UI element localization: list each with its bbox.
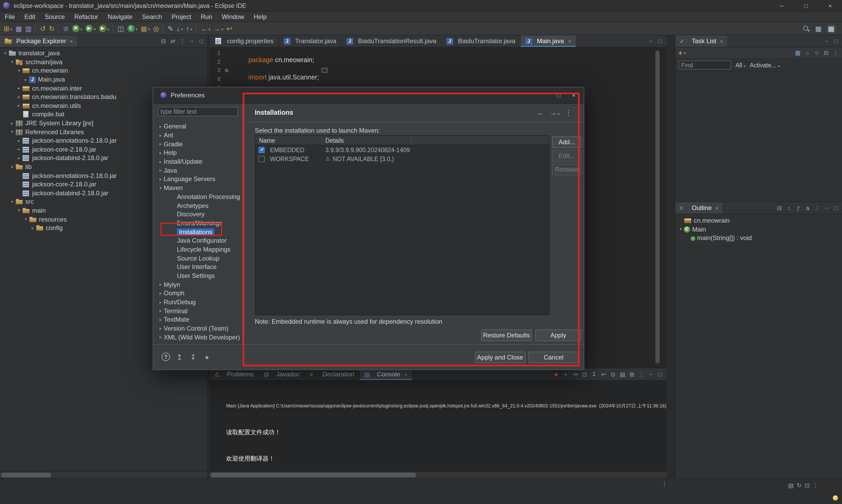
menu-item[interactable]: Refactor xyxy=(70,12,103,22)
outline-item[interactable]: cn.meowrain xyxy=(675,216,842,225)
dropdown-caret-icon[interactable] xyxy=(209,25,210,32)
expand-arrow-icon[interactable] xyxy=(9,129,15,134)
minimize-icon[interactable] xyxy=(646,37,656,46)
page-menu-icon[interactable]: ⋮ xyxy=(565,108,572,117)
editor-tab[interactable]: Main.java xyxy=(521,35,576,47)
editor-tab[interactable]: BaiduTranslationResult.java xyxy=(342,35,442,47)
expand-arrow-icon[interactable] xyxy=(16,95,22,100)
overflow-icon[interactable]: ⋮ xyxy=(813,482,819,489)
expand-arrow-icon[interactable] xyxy=(9,121,15,126)
expand-arrow-icon[interactable] xyxy=(16,86,22,91)
preferences-tree-item[interactable]: Maven xyxy=(154,184,241,192)
tab-outline[interactable]: Outline xyxy=(675,202,723,214)
tab-package-explorer[interactable]: Package Explorer xyxy=(0,35,78,47)
export-preferences-icon[interactable]: ↥ xyxy=(174,352,185,362)
checkbox[interactable] xyxy=(258,156,265,162)
save-all-icon[interactable]: ▥ xyxy=(24,23,33,34)
expand-arrow-icon[interactable] xyxy=(157,318,164,322)
menu-item[interactable]: Source xyxy=(40,12,70,22)
view-menu-icon[interactable] xyxy=(637,370,646,379)
back-icon[interactable]: ← xyxy=(537,108,544,117)
expand-arrow-icon[interactable] xyxy=(157,168,164,173)
new-java-project-icon[interactable]: ◫ xyxy=(117,23,125,34)
expand-arrow-icon[interactable] xyxy=(157,291,164,296)
display-console-icon[interactable] xyxy=(618,370,627,379)
cancel-button[interactable]: Cancel xyxy=(529,352,578,363)
dropdown-caret-icon[interactable] xyxy=(80,25,82,32)
console-horizontal-scrollbar[interactable] xyxy=(210,471,666,478)
skip-breakpoints-icon[interactable]: ⊘ xyxy=(62,23,70,34)
new-task-icon[interactable] xyxy=(678,49,686,57)
dropdown-caret-icon[interactable] xyxy=(94,25,96,32)
maximize-icon[interactable] xyxy=(832,37,841,46)
last-edit-location-icon[interactable]: ↩ xyxy=(225,23,233,34)
expand-arrow-icon[interactable] xyxy=(157,309,164,313)
dropdown-caret-icon[interactable] xyxy=(181,25,183,32)
collapse-all-icon[interactable] xyxy=(159,37,168,46)
expand-arrow-icon[interactable] xyxy=(16,208,22,213)
preferences-tree-item[interactable]: Run/Debug xyxy=(154,298,241,307)
preferences-tree-item[interactable]: Java Configurator xyxy=(154,236,241,245)
preferences-tree-item[interactable]: XML (Wild Web Developer) xyxy=(154,333,241,342)
minimize-icon[interactable] xyxy=(822,37,831,46)
back-icon[interactable]: ← xyxy=(199,23,211,34)
dropdown-caret-icon[interactable] xyxy=(11,25,12,32)
forward-icon[interactable]: → xyxy=(549,108,560,117)
tree-item[interactable]: Main.java xyxy=(0,75,208,84)
next-annotation-icon[interactable]: ↓ xyxy=(175,23,184,34)
fold-marker-icon[interactable] xyxy=(223,67,230,73)
console-output[interactable]: Main [Java Application] C:\Users\meowr\s… xyxy=(210,381,666,471)
filter-input[interactable] xyxy=(158,107,238,116)
clear-console-icon[interactable] xyxy=(580,370,589,379)
pin-console-icon[interactable] xyxy=(609,370,617,379)
restore-defaults-button[interactable]: Restore Defaults xyxy=(481,329,532,341)
preferences-tree-item[interactable]: Installations xyxy=(154,228,241,236)
column-details[interactable]: Details xyxy=(322,136,411,145)
maximize-icon[interactable] xyxy=(656,370,665,379)
preferences-tree-item[interactable]: Oomph xyxy=(154,289,241,298)
menu-item[interactable]: Search xyxy=(138,12,167,22)
word-wrap-icon[interactable] xyxy=(599,370,608,379)
maximize-icon[interactable] xyxy=(197,37,206,46)
dropdown-caret-icon[interactable] xyxy=(107,25,109,32)
new-wizard-icon[interactable]: ⊞ xyxy=(3,23,14,34)
preferences-tree-item[interactable]: User Settings xyxy=(154,271,241,280)
collapse-all-icon[interactable] xyxy=(775,203,784,212)
dialog-titlebar[interactable]: Preferences □× xyxy=(153,87,584,104)
expand-arrow-icon[interactable] xyxy=(16,138,22,143)
terminate-icon[interactable] xyxy=(552,370,561,379)
import-preferences-icon[interactable]: ↧ xyxy=(188,352,198,362)
dropdown-caret-icon[interactable] xyxy=(221,25,223,32)
trim-overflow-icon[interactable]: ⋮ xyxy=(661,481,667,488)
debug-icon[interactable]: Ж xyxy=(71,23,83,34)
preferences-tree-item[interactable]: Version Control (Team) xyxy=(154,324,241,333)
menu-item[interactable]: Navigate xyxy=(103,12,138,22)
problems-trim-icon[interactable]: ⊡ xyxy=(805,482,810,489)
oomph-settings-icon[interactable]: ● xyxy=(202,352,212,362)
editor-tab[interactable]: Translator.java xyxy=(279,35,342,47)
menu-item[interactable]: Project xyxy=(167,12,196,22)
find-input[interactable] xyxy=(679,60,731,70)
checkbox[interactable] xyxy=(258,147,265,153)
minimize-icon[interactable] xyxy=(822,203,831,212)
expand-arrow-icon[interactable] xyxy=(2,51,8,56)
remove-launch-icon[interactable] xyxy=(561,370,570,379)
column-name[interactable]: Name xyxy=(255,136,322,145)
expand-arrow-icon[interactable] xyxy=(157,282,164,287)
menu-item[interactable]: File xyxy=(0,12,20,22)
outline-item[interactable]: main(String[]) : void xyxy=(675,234,842,242)
preferences-tree-item[interactable]: Annotation Processing xyxy=(154,192,241,201)
minimize-icon[interactable] xyxy=(187,37,196,46)
remove-all-launches-icon[interactable] xyxy=(571,370,579,379)
dialog-maximize-button[interactable]: □ xyxy=(557,92,560,98)
preferences-tree-item[interactable]: TextMate xyxy=(154,315,241,324)
expand-arrow-icon[interactable] xyxy=(157,124,164,129)
redo-icon[interactable]: ↻ xyxy=(48,23,56,34)
notification-bulb-icon[interactable] xyxy=(833,495,838,501)
preferences-tree-item[interactable]: Java xyxy=(154,166,241,175)
new-package-icon[interactable]: ▩ xyxy=(140,23,151,34)
prev-annotation-icon[interactable]: ↑ xyxy=(185,23,193,34)
restore-trim-icon[interactable]: ▤ xyxy=(788,482,793,489)
view-menu-icon[interactable] xyxy=(178,37,187,46)
progress-icon[interactable]: ↻ xyxy=(797,482,802,489)
